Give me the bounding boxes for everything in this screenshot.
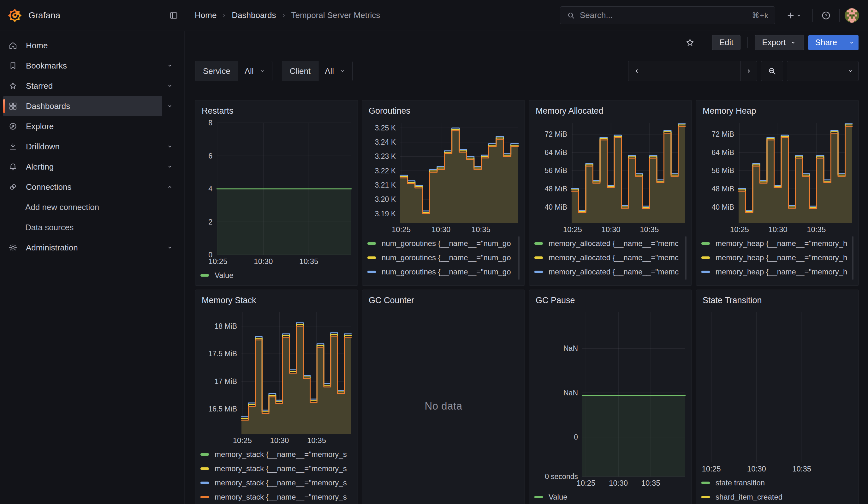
time-shift-back-button[interactable] bbox=[628, 61, 645, 81]
share-button[interactable]: Share bbox=[808, 35, 844, 50]
panel-memory-allocated: Memory Allocated40 MiB48 MiB56 MiB64 MiB… bbox=[529, 100, 692, 286]
series-label[interactable]: memory_heap {__name__="memory_h bbox=[715, 267, 847, 276]
sidebar-link-home[interactable]: Home bbox=[3, 35, 177, 55]
sidebar-link-administration[interactable]: Administration bbox=[3, 237, 162, 258]
sidebar-expand-administration-button[interactable] bbox=[162, 240, 177, 255]
series-color-swatch bbox=[368, 242, 376, 245]
add-button[interactable] bbox=[781, 7, 807, 24]
client-filter-value[interactable]: All bbox=[318, 61, 352, 81]
chevron-right-icon bbox=[281, 12, 287, 19]
time-shift-forward-button[interactable] bbox=[741, 61, 757, 81]
compass-icon bbox=[8, 122, 18, 131]
edit-button[interactable]: Edit bbox=[712, 35, 741, 50]
sidebar-expand-bookmarks-button[interactable] bbox=[162, 58, 177, 73]
series-color-swatch bbox=[701, 271, 710, 273]
svg-text:10:35: 10:35 bbox=[640, 225, 659, 234]
panel-title[interactable]: GC Pause bbox=[534, 294, 686, 309]
sidebar-expand-connections-button[interactable] bbox=[162, 179, 177, 195]
panel-title[interactable]: Goroutines bbox=[368, 105, 519, 120]
chart-state-transition: 10:2510:3010:35 bbox=[701, 309, 854, 474]
sidebar-item-label: Starred bbox=[26, 81, 53, 91]
sidebar-link-starred[interactable]: Starred bbox=[3, 76, 162, 96]
series-label[interactable]: memory_stack {__name__="memory_s bbox=[215, 493, 347, 502]
sidebar-item-bookmarks: Bookmarks bbox=[3, 55, 177, 76]
breadcrumb-home[interactable]: Home bbox=[195, 10, 217, 20]
series-label[interactable]: memory_allocated {__name__="memc bbox=[549, 267, 679, 276]
star-icon bbox=[8, 81, 18, 91]
time-controls: Last 15 minutes bbox=[628, 61, 859, 81]
sidebar-toggle-button[interactable] bbox=[165, 7, 182, 24]
breadcrumb-current: Temporal Server Metrics bbox=[291, 10, 380, 20]
panel-title[interactable]: Memory Heap bbox=[701, 105, 854, 120]
time-range-picker[interactable]: Last 15 minutes bbox=[645, 61, 741, 81]
panel-memory-heap: Memory Heap40 MiB48 MiB56 MiB64 MiB72 Mi… bbox=[696, 100, 859, 286]
legend-scrollbar[interactable] bbox=[685, 236, 686, 280]
sidebar-link-alerting[interactable]: Alerting bbox=[3, 157, 162, 177]
svg-text:3.22 K: 3.22 K bbox=[375, 167, 396, 175]
breadcrumb-dashboards[interactable]: Dashboards bbox=[232, 10, 276, 20]
legend-scrollbar[interactable] bbox=[852, 236, 854, 280]
svg-text:10:25: 10:25 bbox=[392, 225, 411, 234]
svg-text:6: 6 bbox=[208, 152, 213, 160]
svg-text:17.5 MiB: 17.5 MiB bbox=[208, 350, 237, 358]
sidebar-link-add-new-connection[interactable]: Add new connection bbox=[3, 197, 177, 217]
zoom-out-button[interactable] bbox=[761, 61, 783, 81]
series-label[interactable]: memory_allocated {__name__="memc bbox=[549, 253, 679, 262]
series-label[interactable]: num_goroutines {__name__="num_go bbox=[382, 253, 511, 262]
svg-text:3.24 K: 3.24 K bbox=[375, 138, 396, 146]
sidebar-item-label: Add new connection bbox=[25, 203, 99, 212]
series-label[interactable]: Value bbox=[215, 271, 234, 280]
chart-canvas: 0246810:2510:3010:35 bbox=[200, 120, 353, 266]
series-label[interactable]: memory_heap {__name__="memory_h bbox=[715, 239, 847, 248]
help-button[interactable]: ? bbox=[818, 7, 834, 24]
series-label[interactable]: memory_stack {__name__="memory_s bbox=[215, 450, 347, 459]
panel-legend: Value bbox=[200, 266, 353, 281]
refresh-interval-button[interactable] bbox=[842, 61, 858, 81]
time-range-group: Last 15 minutes bbox=[628, 61, 757, 81]
panel-title[interactable]: State Transition bbox=[701, 294, 854, 309]
series-label[interactable]: memory_allocated {__name__="memc bbox=[549, 239, 679, 248]
chevron-down-icon bbox=[166, 82, 174, 90]
share-menu-button[interactable] bbox=[844, 35, 859, 50]
service-filter-value[interactable]: All bbox=[238, 61, 272, 81]
series-label[interactable]: memory_stack {__name__="memory_s bbox=[215, 464, 347, 473]
search-input[interactable] bbox=[580, 10, 747, 20]
user-avatar[interactable] bbox=[845, 8, 859, 23]
legend-scrollbar[interactable] bbox=[518, 236, 519, 280]
series-label[interactable]: memory_stack {__name__="memory_s bbox=[215, 479, 347, 487]
export-button[interactable]: Export bbox=[755, 35, 804, 50]
sidebar-link-bookmarks[interactable]: Bookmarks bbox=[3, 55, 162, 76]
sidebar-link-data-sources[interactable]: Data sources bbox=[3, 217, 177, 237]
panel-title[interactable]: Memory Allocated bbox=[534, 105, 686, 120]
sidebar-expand-dashboards-button[interactable] bbox=[162, 99, 177, 114]
chevron-down-icon bbox=[848, 39, 855, 46]
sidebar-link-dashboards[interactable]: Dashboards bbox=[3, 96, 162, 116]
chevron-down-icon bbox=[790, 39, 797, 46]
sidebar-link-connections[interactable]: Connections bbox=[3, 177, 162, 197]
chart-gc-pause: NaNNaN00 seconds10:2510:3010:35 bbox=[534, 309, 686, 488]
panel-title[interactable]: GC Counter bbox=[368, 294, 519, 309]
series-color-swatch bbox=[200, 467, 209, 470]
sidebar-item-connections: Connections bbox=[3, 177, 177, 197]
sidebar-link-explore[interactable]: Explore bbox=[3, 116, 177, 136]
panel-legend: memory_heap {__name__="memory_hmemory_he… bbox=[701, 234, 854, 281]
search-box[interactable]: ⌘+k bbox=[560, 6, 775, 24]
panel-gc-pause: GC PauseNaNNaN00 seconds10:2510:3010:35V… bbox=[529, 290, 692, 504]
sidebar-expand-drilldown-button[interactable] bbox=[162, 139, 177, 154]
sidebar-expand-starred-button[interactable] bbox=[162, 78, 177, 93]
series-label[interactable]: num_goroutines {__name__="num_go bbox=[382, 267, 511, 276]
sidebar-link-drilldown[interactable]: Drilldown bbox=[3, 136, 162, 157]
panel-title[interactable]: Restarts bbox=[200, 105, 353, 120]
favorite-button[interactable] bbox=[682, 35, 698, 51]
refresh-button[interactable]: Refresh bbox=[787, 61, 842, 81]
series-label[interactable]: memory_heap {__name__="memory_h bbox=[715, 253, 847, 262]
series-label[interactable]: state transition bbox=[715, 479, 765, 487]
panel-title[interactable]: Memory Stack bbox=[200, 294, 353, 309]
sidebar-expand-alerting-button[interactable] bbox=[162, 159, 177, 174]
service-filter: Service All bbox=[195, 61, 272, 81]
chevron-right-icon bbox=[221, 12, 227, 19]
series-label[interactable]: num_goroutines {__name__="num_go bbox=[382, 239, 511, 248]
series-label[interactable]: Value bbox=[549, 493, 568, 502]
svg-text:8: 8 bbox=[208, 120, 213, 127]
series-label[interactable]: shard_item_created bbox=[715, 493, 783, 502]
